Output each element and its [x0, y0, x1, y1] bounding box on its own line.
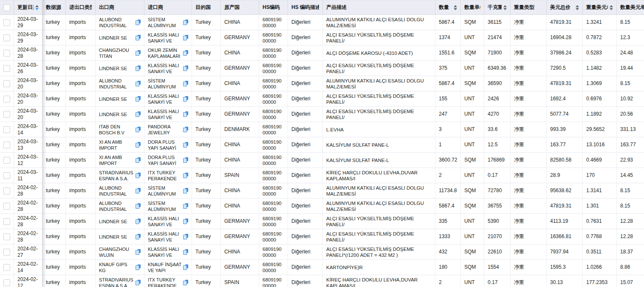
row-checkbox[interactable]: [3, 218, 10, 225]
copy-icon[interactable]: [183, 249, 188, 255]
row-checkbox[interactable]: [3, 65, 10, 72]
exporter-name: LINDNER SE: [99, 96, 134, 102]
copy-icon[interactable]: [136, 127, 141, 133]
sort-desc-icon[interactable]: [610, 8, 613, 10]
copy-icon[interactable]: [183, 280, 188, 286]
row-checkbox[interactable]: [3, 203, 10, 210]
row-checkbox[interactable]: [3, 80, 10, 87]
cell-quantity: 155: [435, 91, 461, 107]
copy-icon[interactable]: [183, 188, 188, 194]
cell-exporter: STRADIVARIUS ESPAN A S.A.: [96, 168, 144, 183]
copy-icon[interactable]: [183, 96, 188, 102]
row-checkbox[interactable]: [3, 172, 10, 179]
row-select-cell: [0, 137, 14, 153]
cell-value-quantity_unit: UNT: [464, 218, 480, 224]
cell-importer: DORA PLUS YAPI SANAYİ ANONİM ŞİRKETİ: [144, 153, 192, 168]
cell-value-hs_desc: Diğerleri: [291, 172, 319, 179]
sort-desc-icon[interactable]: [35, 8, 39, 10]
sort-carets-icon[interactable]: [576, 5, 579, 10]
cell-value-trade_type: imports: [69, 111, 92, 117]
exporter-name: ITAB DEN BOSCH B.V: [99, 124, 134, 136]
copy-icon[interactable]: [136, 173, 141, 179]
header-quantity_usd_price[interactable]: 数量美元单价: [617, 0, 644, 15]
copy-icon[interactable]: [183, 157, 188, 163]
header-usd_total[interactable]: 美元总价: [547, 0, 583, 15]
cell-value-weight_usd_price: 1.3241: [586, 19, 613, 26]
copy-icon[interactable]: [136, 249, 141, 255]
copy-icon[interactable]: [183, 142, 188, 148]
header-quantity[interactable]: 数量: [435, 0, 461, 15]
sort-carets-icon[interactable]: [454, 5, 457, 10]
row-checkbox[interactable]: [3, 249, 10, 256]
row-checkbox[interactable]: [3, 279, 10, 286]
cell-value-quantity_usd_price: 20.56: [620, 111, 644, 117]
row-select-cell: [0, 168, 14, 183]
header-date[interactable]: 更新日期: [14, 0, 42, 15]
copy-icon[interactable]: [136, 234, 141, 240]
copy-icon[interactable]: [136, 280, 141, 286]
cell-value-quantity_unit: UNT: [464, 233, 480, 240]
cell-value-source: turkey: [46, 264, 62, 270]
copy-icon[interactable]: [183, 203, 188, 209]
row-checkbox[interactable]: [3, 126, 10, 133]
importer-name: KLASSİS HALI SANAYİ VE TİCARET ANONİM: [148, 32, 182, 44]
select-all-checkbox[interactable]: [3, 4, 10, 11]
sort-asc-icon[interactable]: [610, 5, 613, 7]
row-select-cell: [0, 107, 14, 122]
sort-asc-icon[interactable]: [576, 5, 579, 7]
sort-asc-icon[interactable]: [503, 5, 507, 7]
copy-icon[interactable]: [136, 203, 141, 209]
sort-desc-icon[interactable]: [503, 8, 507, 10]
row-checkbox[interactable]: [3, 157, 10, 164]
copy-icon[interactable]: [136, 20, 141, 26]
copy-icon[interactable]: [183, 173, 188, 179]
sort-desc-icon[interactable]: [576, 8, 579, 10]
copy-icon[interactable]: [136, 81, 141, 87]
copy-icon[interactable]: [183, 65, 188, 71]
copy-icon[interactable]: [136, 142, 141, 148]
header-kg_weight[interactable]: 千克重量: [484, 0, 511, 15]
row-checkbox[interactable]: [3, 142, 10, 148]
copy-icon[interactable]: [136, 35, 141, 41]
copy-icon[interactable]: [183, 111, 188, 117]
row-checkbox[interactable]: [3, 111, 10, 118]
cell-destination: Turkey: [192, 214, 221, 229]
copy-icon[interactable]: [136, 264, 141, 270]
copy-icon[interactable]: [183, 50, 188, 56]
copy-icon[interactable]: [136, 111, 141, 117]
copy-icon[interactable]: [136, 157, 141, 163]
copy-icon[interactable]: [136, 188, 141, 194]
sort-asc-icon[interactable]: [35, 5, 39, 7]
cell-value-origin: SPAIN: [224, 279, 255, 286]
copy-icon[interactable]: [136, 96, 141, 102]
row-checkbox[interactable]: [3, 233, 10, 240]
copy-icon[interactable]: [183, 35, 188, 41]
sort-carets-icon[interactable]: [610, 5, 613, 10]
cell-value-source: turkey: [46, 233, 62, 240]
copy-icon[interactable]: [136, 65, 141, 71]
copy-icon[interactable]: [183, 219, 188, 224]
copy-icon[interactable]: [183, 127, 188, 133]
copy-icon[interactable]: [183, 264, 188, 270]
cell-quantity_unit: UNT: [461, 275, 484, 287]
sort-desc-icon[interactable]: [454, 8, 457, 10]
cell-quantity_unit: UNT: [461, 122, 484, 137]
row-checkbox[interactable]: [3, 19, 10, 26]
sort-asc-icon[interactable]: [454, 5, 457, 7]
copy-icon[interactable]: [183, 20, 188, 26]
sort-carets-icon[interactable]: [35, 5, 39, 10]
row-checkbox[interactable]: [3, 264, 10, 271]
copy-icon[interactable]: [136, 219, 141, 224]
cell-value-origin: CHINA: [224, 142, 255, 148]
cell-quantity_usd_price: 12.28: [617, 214, 644, 229]
cell-value-quantity_unit: UNT: [464, 65, 480, 71]
row-checkbox[interactable]: [3, 50, 10, 57]
copy-icon[interactable]: [136, 50, 141, 56]
row-checkbox[interactable]: [3, 188, 10, 194]
copy-icon[interactable]: [183, 81, 188, 87]
header-weight_usd_price[interactable]: 重量美元单价: [583, 0, 617, 15]
row-checkbox[interactable]: [3, 96, 10, 102]
row-checkbox[interactable]: [3, 34, 10, 41]
sort-carets-icon[interactable]: [503, 5, 507, 10]
copy-icon[interactable]: [183, 234, 188, 240]
